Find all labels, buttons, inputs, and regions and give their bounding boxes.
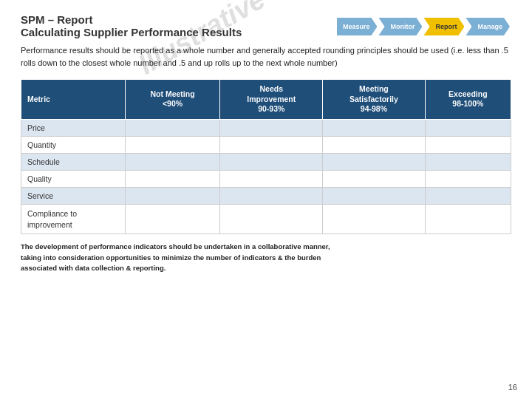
cell	[425, 119, 511, 136]
metric-quality: Quality	[21, 170, 126, 187]
col-header-needs-improvement: NeedsImprovement90-93%	[220, 80, 323, 120]
header-row: SPM – Report Calculating Supplier Perfor…	[21, 13, 511, 38]
table-row: Quantity	[21, 136, 511, 153]
table-row: Schedule	[21, 153, 511, 170]
col-header-not-meeting: Not Meeting<90%	[125, 80, 220, 120]
page-number: 16	[508, 383, 517, 392]
title-block: SPM – Report Calculating Supplier Perfor…	[21, 13, 242, 38]
table-row: Quality	[21, 170, 511, 187]
cell	[323, 170, 426, 187]
table-row: Service	[21, 187, 511, 204]
col-header-exceeding: Exceeding98-100%	[425, 80, 511, 120]
progress-bar: Measure Monitor Report Manage	[337, 16, 511, 37]
cell	[425, 204, 511, 233]
step-report: Report	[423, 18, 464, 35]
col-header-metric: Metric	[21, 80, 126, 120]
table-body: Price Quantity Schedule	[21, 119, 511, 233]
table-header-row: Metric Not Meeting<90% NeedsImprovement9…	[21, 80, 511, 120]
step-monitor: Monitor	[378, 18, 422, 35]
cell	[125, 136, 220, 153]
metric-quantity: Quantity	[21, 136, 126, 153]
step-measure: Measure	[337, 18, 378, 35]
footer-line2: taking into consideration opportunities …	[21, 253, 321, 262]
metric-schedule: Schedule	[21, 153, 126, 170]
cell	[425, 136, 511, 153]
cell	[323, 136, 426, 153]
table-wrapper: Illustrative Metric Not Meeting<90% Need…	[21, 79, 511, 234]
cell	[220, 119, 323, 136]
cell	[220, 153, 323, 170]
cell	[425, 153, 511, 170]
page: SPM – Report Calculating Supplier Perfor…	[0, 0, 532, 399]
footer: The development of performance indicator…	[21, 242, 511, 273]
cell	[220, 170, 323, 187]
cell	[323, 119, 426, 136]
cell	[125, 204, 220, 233]
cell	[220, 136, 323, 153]
cell	[323, 204, 426, 233]
cell	[220, 187, 323, 204]
metric-compliance: Compliance toimprovement	[21, 204, 126, 233]
cell	[323, 187, 426, 204]
col-header-meeting: MeetingSatisfactorily94-98%	[323, 80, 426, 120]
intro-text: Performance results should be reported a…	[21, 44, 511, 69]
metric-service: Service	[21, 187, 126, 204]
cell	[125, 170, 220, 187]
cell	[220, 204, 323, 233]
cell	[425, 170, 511, 187]
cell	[125, 153, 220, 170]
cell	[323, 153, 426, 170]
title-line1: SPM – Report	[21, 13, 242, 26]
cell	[125, 187, 220, 204]
metric-price: Price	[21, 119, 126, 136]
performance-table: Metric Not Meeting<90% NeedsImprovement9…	[21, 79, 511, 234]
footer-line1: The development of performance indicator…	[21, 242, 330, 250]
step-manage: Manage	[466, 18, 510, 35]
title-line2: Calculating Supplier Performance Results	[21, 26, 242, 38]
table-row: Compliance toimprovement	[21, 204, 511, 233]
footer-line3: associated with data collection & report…	[21, 264, 166, 272]
illustrative-watermark: Illustrative	[133, 0, 270, 81]
table-row: Price	[21, 119, 511, 136]
cell	[125, 119, 220, 136]
cell	[425, 187, 511, 204]
